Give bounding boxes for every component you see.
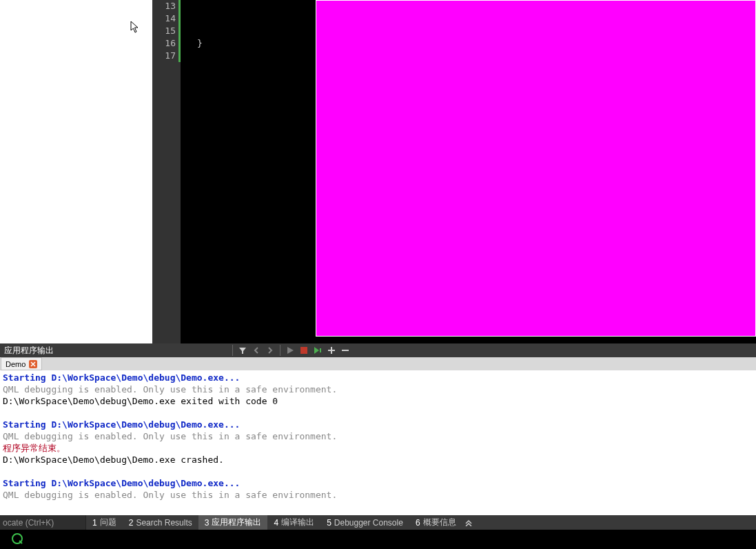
console-line: Starting D:\WorkSpace\Demo\debug\Demo.ex… xyxy=(3,372,753,383)
editor-gutter: 13 14 15 16 17 xyxy=(152,0,181,343)
line-number: 16 xyxy=(152,37,181,50)
svg-rect-2 xyxy=(342,350,349,351)
output-tab-demo[interactable]: Demo xyxy=(1,357,42,370)
output-tab-label: Demo xyxy=(6,360,25,368)
bottom-tab-debugger-console[interactable]: 5 Debugger Console xyxy=(320,515,409,530)
console-line xyxy=(3,466,753,477)
projects-panel[interactable] xyxy=(0,0,152,343)
next-item-button[interactable] xyxy=(264,344,276,357)
bottom-tab-general-messages[interactable]: 6 概要信息 xyxy=(409,515,462,530)
line-number: 17 xyxy=(152,50,181,62)
console-line: D:\WorkSpace\Demo\debug\Demo.exe crashed… xyxy=(3,454,753,466)
locator-field[interactable]: ocate (Ctrl+K) xyxy=(0,515,86,530)
os-taskbar[interactable] xyxy=(0,530,756,549)
run-button[interactable] xyxy=(284,344,296,357)
code-editor[interactable]: 13 14 15 16 17 } xyxy=(152,0,756,343)
bottom-tab-bar: ocate (Ctrl+K) 1 问题 2 Search Results 3 应… xyxy=(0,515,756,530)
console-line: D:\WorkSpace\Demo\debug\Demo.exe exited … xyxy=(3,395,753,407)
line-number: 15 xyxy=(152,25,181,37)
line-number: 14 xyxy=(152,12,181,25)
bottom-tab-application-output[interactable]: 3 应用程序输出 xyxy=(198,515,268,530)
bottom-tab-compile-output[interactable]: 4 编译输出 xyxy=(267,515,320,530)
bottom-tab-search-results[interactable]: 2 Search Results xyxy=(123,515,198,530)
application-output-console[interactable]: Starting D:\WorkSpace\Demo\debug\Demo.ex… xyxy=(0,370,756,515)
qml-preview-window[interactable] xyxy=(316,0,756,337)
line-number: 13 xyxy=(152,0,181,12)
console-line: QML debugging is enabled. Only use this … xyxy=(3,489,753,501)
output-toolbar: 应用程序输出 xyxy=(0,343,756,357)
console-line xyxy=(3,407,753,419)
add-button[interactable] xyxy=(325,344,338,357)
code-line: } xyxy=(197,37,203,50)
bottom-tab-issues[interactable]: 1 问题 xyxy=(86,515,123,530)
editor-text-area[interactable]: } xyxy=(181,0,756,343)
output-tabs-row: Demo xyxy=(0,357,756,370)
close-tab-icon[interactable] xyxy=(29,360,37,368)
svg-rect-0 xyxy=(300,347,307,354)
remove-button[interactable] xyxy=(339,344,351,357)
console-line: 程序异常结束。 xyxy=(3,442,753,454)
locator-placeholder: ocate (Ctrl+K) xyxy=(3,518,54,528)
rerun-button[interactable] xyxy=(311,344,324,357)
console-line: QML debugging is enabled. Only use this … xyxy=(3,383,753,395)
console-line: QML debugging is enabled. Only use this … xyxy=(3,430,753,442)
qt-creator-taskbar-icon[interactable] xyxy=(11,532,23,547)
svg-rect-1 xyxy=(320,348,321,352)
console-line: Starting D:\WorkSpace\Demo\debug\Demo.ex… xyxy=(3,419,753,430)
close-panel-icon[interactable] xyxy=(462,519,475,526)
console-line: Starting D:\WorkSpace\Demo\debug\Demo.ex… xyxy=(3,477,753,489)
mouse-cursor-icon xyxy=(130,21,141,34)
prev-item-button[interactable] xyxy=(250,344,263,357)
filter-button[interactable] xyxy=(236,344,249,357)
stop-button[interactable] xyxy=(298,344,310,357)
output-pane-title: 应用程序输出 xyxy=(0,345,229,357)
